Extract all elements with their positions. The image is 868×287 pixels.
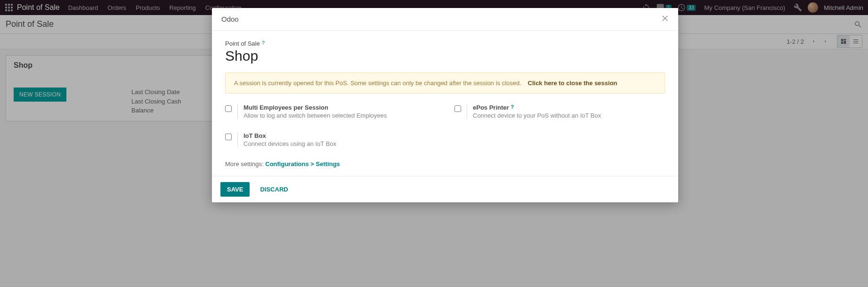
close-button[interactable] — [661, 15, 669, 24]
setting-epos-printer: ePos Printer? Connect device to your PoS… — [454, 104, 665, 119]
close-session-link[interactable]: Click here to close the session — [528, 80, 617, 87]
modal-footer: SAVE DISCARD — [212, 176, 678, 202]
multi-employees-title: Multi Employees per Session — [243, 104, 328, 111]
save-button[interactable]: SAVE — [220, 182, 250, 197]
modal-breadcrumb-label: Point of Sale — [225, 40, 260, 47]
epos-desc: Connect device to your PoS without an Io… — [473, 112, 665, 119]
multi-employees-checkbox[interactable] — [225, 105, 232, 112]
record-title: Shop — [225, 48, 665, 64]
help-icon[interactable]: ? — [262, 40, 265, 46]
multi-employees-desc: Allow to log and switch between selected… — [243, 112, 436, 119]
iot-checkbox[interactable] — [225, 134, 232, 140]
discard-button[interactable]: DISCARD — [255, 182, 292, 197]
alert-text: A session is currently opened for this P… — [234, 80, 521, 87]
session-open-alert: A session is currently opened for this P… — [225, 72, 665, 94]
epos-help-icon[interactable]: ? — [511, 104, 514, 110]
modal: Odoo Point of Sale ? Shop A session is c… — [212, 8, 678, 202]
more-settings-label: More settings: — [225, 160, 265, 167]
close-icon — [661, 15, 669, 22]
epos-checkbox[interactable] — [454, 105, 461, 112]
setting-iot-box: IoT Box Connect devices using an IoT Box — [225, 132, 436, 147]
more-settings-link[interactable]: Configurations > Settings — [265, 160, 340, 167]
modal-title: Odoo — [221, 15, 661, 23]
setting-multi-employees: Multi Employees per Session Allow to log… — [225, 104, 436, 119]
epos-title: ePos Printer — [473, 104, 509, 111]
modal-header: Odoo — [212, 8, 678, 31]
iot-desc: Connect devices using an IoT Box — [243, 140, 436, 147]
iot-title: IoT Box — [243, 132, 266, 139]
